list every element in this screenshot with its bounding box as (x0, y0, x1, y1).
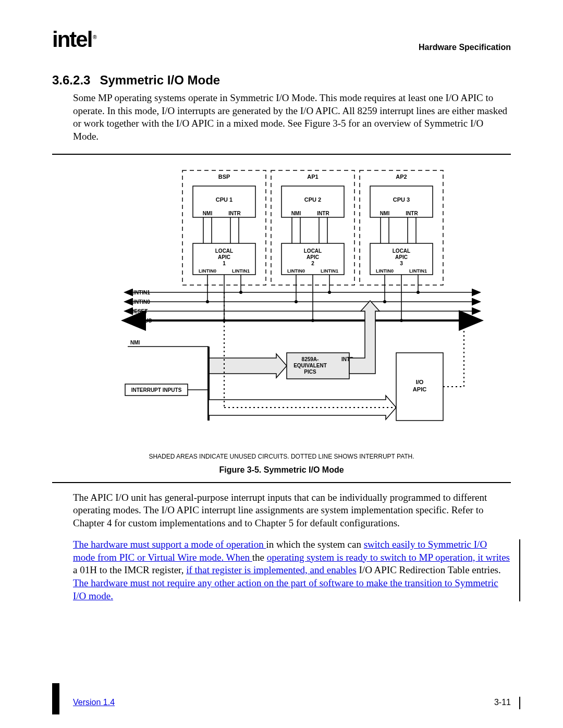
svg-text:LINTIN0: LINTIN0 (199, 268, 216, 274)
link-text[interactable]: operating system is ready to switch to M… (267, 552, 510, 563)
svg-text:8259A-: 8259A- (302, 356, 319, 362)
symmetric-io-diagram: BSP AP1 AP2 CPU 1 NMI INTR CPU 2 NMI INT… (78, 165, 485, 447)
svg-text:BSP: BSP (218, 174, 230, 180)
svg-text:CPU 2: CPU 2 (304, 196, 321, 203)
section-title: Symmetric I/O Mode (100, 73, 220, 88)
svg-text:CPU 3: CPU 3 (393, 196, 410, 203)
link-text[interactable]: The hardware must support a mode of oper… (73, 539, 266, 550)
svg-text:LOCAL: LOCAL (215, 248, 233, 254)
svg-text:I/O: I/O (416, 379, 424, 385)
svg-text:LINTIN0: LINTIN0 (287, 268, 305, 274)
svg-text:APIC: APIC (218, 254, 230, 260)
page-footer: Version 1.4 3-11 (73, 698, 511, 707)
svg-text:INTR: INTR (317, 211, 329, 216)
svg-point-92 (462, 319, 466, 322)
svg-text:NMI: NMI (291, 211, 301, 216)
section-heading: 3.6.2.3 Symmetric I/O Mode (52, 73, 511, 88)
svg-text:INTERRUPT INPUTS: INTERRUPT INPUTS (131, 387, 182, 393)
side-marker (52, 683, 59, 714)
svg-text:LINTIN1: LINTIN1 (321, 268, 338, 274)
document-type: Hardware Specification (419, 43, 511, 52)
paragraph-1: Some MP operating systems operate in Sym… (52, 92, 511, 143)
registered-mark: ® (93, 34, 96, 40)
figure-caption: Figure 3-5. Symmetric I/O Mode (52, 465, 511, 483)
paragraph-3: The hardware must support a mode of oper… (52, 538, 511, 602)
change-bar (519, 539, 520, 601)
footer-change-bar (519, 697, 520, 709)
svg-text:NMI: NMI (380, 211, 390, 216)
svg-text:AP2: AP2 (396, 174, 407, 180)
page-header: intel® Hardware Specification (52, 16, 511, 52)
svg-text:3: 3 (400, 261, 403, 266)
svg-text:LINTIN0: LINTIN0 (376, 268, 394, 274)
logo-text: intel (52, 27, 92, 52)
svg-text:LOCAL: LOCAL (393, 248, 410, 254)
link-text[interactable]: The hardware must not require any other … (73, 577, 498, 601)
svg-text:INTR: INTR (406, 211, 418, 216)
figure-note: SHADED AREAS INDICATE UNUSED CIRCUITS. D… (52, 453, 511, 460)
svg-text:AP1: AP1 (307, 174, 318, 180)
svg-text:NMI: NMI (130, 340, 140, 346)
svg-text:PICS: PICS (304, 369, 316, 375)
svg-text:APIC: APIC (413, 386, 426, 392)
svg-text:APIC: APIC (307, 254, 319, 260)
svg-text:EQUIVALENT: EQUIVALENT (293, 363, 327, 368)
section-number: 3.6.2.3 (52, 73, 90, 88)
svg-text:CPU 1: CPU 1 (216, 196, 232, 203)
svg-text:1: 1 (223, 261, 226, 266)
svg-text:LINTIN1: LINTIN1 (232, 268, 250, 274)
intel-logo: intel® (52, 27, 97, 52)
svg-text:2: 2 (311, 261, 314, 266)
svg-text:LINTIN1: LINTIN1 (409, 268, 427, 274)
page-number: 3-11 (494, 698, 511, 707)
paragraph-2: The APIC I/O unit has general-purpose in… (52, 491, 511, 530)
svg-text:NMI: NMI (203, 211, 213, 216)
figure-3-5: BSP AP1 AP2 CPU 1 NMI INTR CPU 2 NMI INT… (52, 154, 511, 483)
svg-text:APIC: APIC (395, 254, 408, 260)
link-text[interactable]: if that register is implemented, and ena… (186, 564, 357, 575)
version-link[interactable]: Version 1.4 (73, 698, 115, 707)
svg-text:LOCAL: LOCAL (304, 248, 322, 254)
svg-text:INTR: INTR (228, 211, 241, 216)
